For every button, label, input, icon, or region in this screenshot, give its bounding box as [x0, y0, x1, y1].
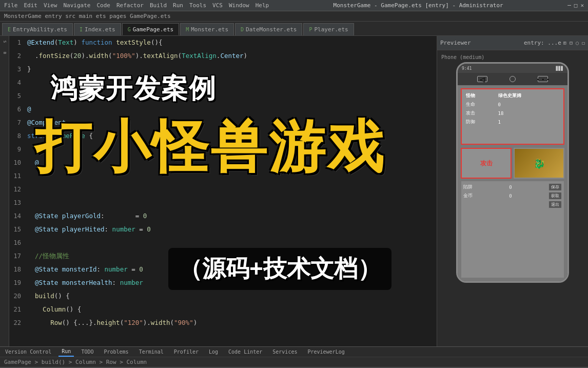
tab-gamepage[interactable]: G GamePage.ets — [122, 23, 180, 35]
tab-label-monster: Monster.ets — [191, 26, 228, 33]
status-bar-tabs: Version Control Run TODO Problems Termin… — [0, 346, 588, 357]
right-panel: Previewer entry: ...e ⊞ ⊟ ○ ◻ Phone (med… — [437, 36, 588, 346]
tab-index[interactable]: I Index.ets — [74, 23, 121, 35]
tab-services[interactable]: Services — [269, 347, 300, 357]
tab-icon-player: P — [309, 27, 312, 32]
file-tabs: E EntryAbility.ets I Index.ets G GamePag… — [0, 22, 588, 36]
code-line-22: 22 Row() {...}.height("120").width("90%"… — [9, 316, 437, 330]
trap-row: 陷阱 0 保存 — [463, 183, 562, 191]
entry-label: entry: ...e — [524, 40, 561, 46]
menu-bar[interactable]: File Edit View Navigate Code Refactor Bu… — [4, 2, 269, 9]
game-action-row[interactable]: 攻击 🐉 — [461, 148, 564, 179]
health-label: 生命 — [464, 100, 496, 109]
tab-previewerlog[interactable]: PreviewerLog — [304, 347, 347, 357]
menu-vcs[interactable]: VCS — [212, 2, 223, 9]
phone-nav-bar[interactable]: ◁ ··· — [458, 73, 567, 85]
code-line-1: 1 @Extend(Text) function textStyle(){ — [9, 36, 437, 49]
tab-label-player: Player.ets — [314, 26, 348, 33]
phone-back-btn[interactable]: ◁ — [477, 76, 487, 82]
tab-icon-gamepage: G — [128, 27, 131, 32]
phone-time: 9:41 — [462, 66, 472, 71]
tab-terminal[interactable]: Terminal — [136, 347, 167, 357]
project-path: MonsterGame entry src main ets pages Gam… — [4, 13, 171, 20]
tab-label-datemonster: DateMonster.ets — [246, 26, 297, 33]
code-line-20: 20 build() { — [9, 289, 437, 303]
tab-label-gamepage: GamePage.ets — [133, 26, 173, 33]
breadcrumb-bar: GamePage > build() > Column > Row > Colu… — [0, 357, 588, 367]
menu-help[interactable]: Help — [256, 2, 269, 9]
tab-icon-entryability: E — [8, 27, 11, 32]
tab-icon-index: I — [80, 27, 83, 32]
menu-edit[interactable]: Edit — [24, 2, 38, 9]
menu-code[interactable]: Code — [96, 2, 110, 9]
tab-problems[interactable]: Problems — [101, 347, 131, 357]
minimize-button[interactable]: ─ — [567, 2, 571, 9]
menu-refactor[interactable]: Refactor — [116, 2, 144, 9]
tab-version-control[interactable]: Version Control — [2, 347, 54, 357]
menu-file[interactable]: File — [4, 2, 18, 9]
tab-entryability[interactable]: E EntryAbility.ets — [2, 23, 73, 35]
code-line-16: 16 — [9, 236, 437, 249]
monster-col-header: 怪物 — [464, 91, 496, 100]
gold-label: 金币 — [463, 192, 473, 199]
tab-log[interactable]: Log — [206, 347, 221, 357]
close-button[interactable]: ✕ — [580, 2, 584, 9]
maximize-button[interactable]: □ — [574, 2, 578, 9]
menu-window[interactable]: Window — [229, 2, 249, 9]
tab-monster[interactable]: M Monster.ets — [180, 23, 234, 35]
exit-button[interactable]: 退出 — [548, 201, 562, 208]
tab-icon-datemonster: D — [241, 27, 244, 32]
monster-image: 🐉 — [514, 148, 564, 179]
tab-codelinter[interactable]: Code Linter — [225, 347, 265, 357]
phone-recent-btn[interactable]: ··· — [538, 76, 548, 82]
code-line-5: 5 — [9, 89, 437, 103]
code-line-21: 21 Column() { — [9, 303, 437, 316]
health-val: 0 — [496, 100, 561, 109]
tab-profiler[interactable]: Profiler — [171, 347, 202, 357]
tab-icon-monster: M — [186, 27, 189, 32]
tab-run[interactable]: Run — [58, 347, 74, 357]
menu-tools[interactable]: Tools — [189, 2, 206, 9]
code-line-17: 17 //怪物属性 — [9, 249, 437, 263]
path-bar: MonsterGame entry src main ets pages Gam… — [0, 11, 588, 22]
editor-area[interactable]: 1 @Extend(Text) function textStyle(){ 2 … — [9, 36, 437, 346]
get-button[interactable]: 获取 — [548, 192, 562, 200]
menu-navigate[interactable]: Navigate — [64, 2, 91, 9]
previewer-toolbar: Previewer entry: ...e ⊞ ⊟ ○ ◻ — [437, 36, 588, 50]
menu-build[interactable]: Build — [150, 2, 167, 9]
tab-player[interactable]: P Player.ets — [303, 23, 354, 35]
code-line-12: 12 — [9, 183, 437, 196]
defense-val: 1 — [496, 118, 561, 126]
bookmarks-panel-icon[interactable]: B — [1, 49, 8, 56]
left-sidebar: S B — [0, 36, 9, 346]
window-controls[interactable]: ─ □ ✕ — [567, 2, 584, 9]
code-line-7: 7 @Component — [9, 116, 437, 129]
code-line-13: 13 — [9, 196, 437, 209]
menu-view[interactable]: View — [44, 2, 57, 9]
code-line-15: 15 @State playerHited: number = 0 — [9, 223, 437, 236]
exit-row: 退出 — [463, 201, 562, 208]
code-line-10: 10 @ — [9, 156, 437, 169]
phone-battery: ▊▊▊ — [556, 66, 563, 71]
gold-row: 金币 0 获取 — [463, 192, 562, 200]
menu-run[interactable]: Run — [173, 2, 183, 9]
code-line-8: 8 struct GamePage { — [9, 129, 437, 143]
trap-label: 陷阱 — [463, 184, 473, 190]
breadcrumb: GamePage > build() > Column > Row > Colu… — [4, 359, 147, 365]
code-line-3: 3 } — [9, 63, 437, 76]
trap-val: 0 — [509, 185, 512, 190]
phone-home-btn[interactable] — [509, 76, 516, 82]
tab-datemonster[interactable]: D DateMonster.ets — [235, 23, 302, 35]
previewer-title: Previewer — [440, 40, 471, 46]
attack-val: 18 — [496, 109, 561, 118]
structure-panel-icon[interactable]: S — [1, 38, 8, 45]
phone-status-bar: 9:41 ▊▊▊ — [458, 64, 567, 73]
window-title: MonsterGame - GamePage.ets [entry] - Adm… — [269, 2, 567, 9]
device-label: Phone (medium) — [441, 54, 484, 60]
save-button[interactable]: 保存 — [548, 183, 562, 191]
tab-todo[interactable]: TODO — [78, 347, 96, 357]
attack-button[interactable]: 攻击 — [461, 148, 512, 179]
code-line-6: 6 @ — [9, 103, 437, 116]
code-line-9: 9 — [9, 143, 437, 156]
previewer-icons[interactable]: ⊞ ⊟ ○ ◻ — [563, 40, 585, 46]
